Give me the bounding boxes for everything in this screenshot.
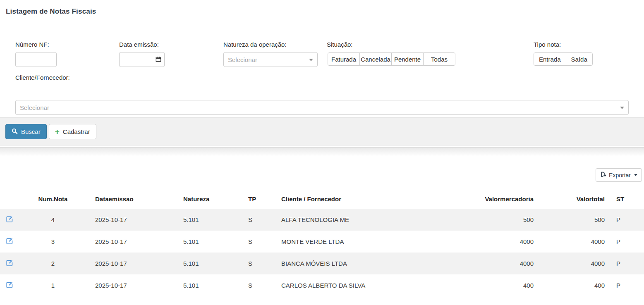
edit-icon — [6, 262, 13, 268]
cell-tp: S — [240, 253, 281, 274]
situacao-button-pendente[interactable]: Pendente — [391, 52, 424, 66]
cell-st: P — [616, 209, 644, 231]
cell-valor-total: 4000 — [546, 253, 616, 274]
cell-data-emissao: 2025-10-17 — [85, 274, 174, 296]
data-emissao-label: Data emissão: — [119, 41, 159, 48]
calendar-button[interactable] — [152, 52, 165, 67]
cliente-fornecedor-label: Cliente/Fornecedor: — [15, 74, 70, 81]
numero-nf-label: Número NF: — [15, 41, 49, 48]
tipo-nota-label: Tipo nota: — [534, 41, 561, 48]
cell-valor-total: 4000 — [546, 231, 616, 253]
cell-natureza: 5.101 — [174, 209, 240, 231]
cell-tp: S — [240, 209, 281, 231]
table-row: 2 2025-10-17 5.101 S BIANCA MÓVEIS LTDA … — [0, 253, 644, 274]
cell-valor-mercadoria: 500 — [422, 209, 546, 231]
table-header-row: Num.Nota Dataemissao Natureza TP Cliente… — [0, 188, 644, 209]
data-emissao-input[interactable] — [119, 52, 152, 67]
export-icon — [600, 172, 606, 179]
edit-icon — [6, 218, 13, 224]
table-row: 1 2025-10-17 5.101 S CARLOS ALBERTO DA S… — [0, 274, 644, 296]
edit-button[interactable] — [6, 237, 13, 245]
edit-button[interactable] — [6, 259, 13, 267]
buscar-button-label: Buscar — [21, 128, 41, 135]
panel-shadow — [0, 147, 644, 156]
header-natureza: Natureza — [174, 188, 240, 209]
cell-valor-mercadoria: 400 — [422, 274, 546, 296]
cell-tp: S — [240, 274, 281, 296]
situacao-button-faturada[interactable]: Faturada — [328, 52, 360, 66]
edit-icon — [6, 284, 13, 290]
page-title: Listagem de Notas Fiscais — [6, 7, 638, 16]
situacao-button-todas[interactable]: Todas — [423, 52, 455, 66]
cell-valor-mercadoria: 4000 — [422, 253, 546, 274]
buscar-button[interactable]: Buscar — [5, 124, 47, 139]
edit-button[interactable] — [6, 215, 13, 223]
cell-data-emissao: 2025-10-17 — [85, 253, 174, 274]
header-num-nota: Num.Nota — [21, 188, 85, 209]
header-tp: TP — [240, 188, 281, 209]
header-edit-column — [0, 188, 21, 209]
export-row: Exportar — [0, 156, 644, 182]
natureza-operacao-placeholder: Selecionar — [228, 56, 257, 63]
cell-st: P — [616, 274, 644, 296]
exportar-button[interactable]: Exportar — [596, 168, 642, 182]
header-valor-total: Valortotal — [546, 188, 616, 209]
results-panel: Exportar Num.Nota Dataemissao Natureza T… — [0, 156, 644, 296]
cell-valor-mercadoria: 4000 — [422, 231, 546, 253]
cell-valor-total: 500 — [546, 209, 616, 231]
tipo-nota-button-group: Entrada Saída — [534, 52, 593, 66]
tipo-nota-button-saida[interactable]: Saída — [566, 52, 593, 66]
situacao-button-cancelada[interactable]: Cancelada — [359, 52, 392, 66]
chevron-down-icon — [309, 59, 313, 61]
action-band: Buscar + Cadastrar — [0, 117, 644, 145]
cell-num-nota: 1 — [21, 274, 85, 296]
cliente-fornecedor-select[interactable]: Selecionar — [15, 100, 629, 115]
cell-num-nota: 4 — [21, 209, 85, 231]
page-header: Listagem de Notas Fiscais — [0, 0, 644, 23]
header-st: ST — [616, 188, 644, 209]
cell-cliente: BIANCA MÓVEIS LTDA — [281, 253, 422, 274]
situacao-label: Situação: — [327, 41, 353, 48]
cell-natureza: 5.101 — [174, 231, 240, 253]
header-data-emissao: Dataemissao — [85, 188, 174, 209]
cell-natureza: 5.101 — [174, 274, 240, 296]
table-row: 3 2025-10-17 5.101 S MONTE VERDE LTDA 40… — [0, 231, 644, 253]
cliente-fornecedor-placeholder: Selecionar — [20, 104, 49, 111]
cell-cliente: ALFA TECNOLOGIA ME — [281, 209, 422, 231]
cell-natureza: 5.101 — [174, 253, 240, 274]
cell-cliente: MONTE VERDE LTDA — [281, 231, 422, 253]
cell-cliente: CARLOS ALBERTO DA SILVA — [281, 274, 422, 296]
cell-valor-total: 400 — [546, 274, 616, 296]
plus-icon: + — [55, 128, 60, 136]
cell-tp: S — [240, 231, 281, 253]
cell-st: P — [616, 231, 644, 253]
exportar-button-label: Exportar — [609, 172, 631, 179]
cadastrar-button-label: Cadastrar — [63, 128, 90, 135]
cell-num-nota: 3 — [21, 231, 85, 253]
chevron-down-icon — [634, 174, 637, 176]
cell-st: P — [616, 253, 644, 274]
tipo-nota-button-entrada[interactable]: Entrada — [534, 52, 566, 66]
chevron-down-icon — [620, 107, 624, 109]
cell-num-nota: 2 — [21, 253, 85, 274]
numero-nf-input[interactable] — [15, 52, 57, 67]
filter-panel: Número NF: Data emissão: Natureza da ope… — [0, 23, 644, 117]
situacao-button-group: Faturada Cancelada Pendente Todas — [328, 52, 455, 66]
data-emissao-group — [119, 52, 165, 67]
table-row: 4 2025-10-17 5.101 S ALFA TECNOLOGIA ME … — [0, 209, 644, 231]
natureza-operacao-label: Natureza da operação: — [223, 41, 287, 48]
cell-data-emissao: 2025-10-17 — [85, 209, 174, 231]
search-icon — [12, 128, 18, 136]
header-cliente-fornecedor: Cliente / Fornecedor — [281, 188, 422, 209]
edit-icon — [6, 240, 13, 246]
notas-fiscais-table: Num.Nota Dataemissao Natureza TP Cliente… — [0, 188, 644, 296]
header-valor-mercadoria: Valormercadoria — [422, 188, 546, 209]
natureza-operacao-select[interactable]: Selecionar — [223, 52, 318, 67]
cell-data-emissao: 2025-10-17 — [85, 231, 174, 253]
edit-button[interactable] — [6, 281, 13, 288]
calendar-icon — [156, 56, 161, 63]
cadastrar-button[interactable]: + Cadastrar — [49, 124, 96, 139]
